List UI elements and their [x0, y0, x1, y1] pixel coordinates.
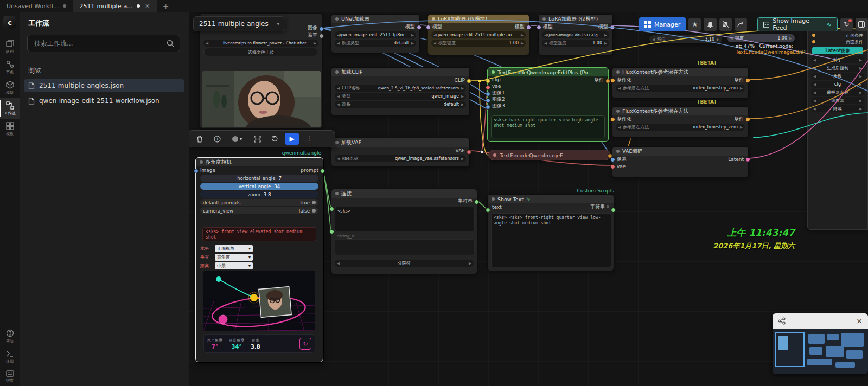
lora-name-combo[interactable]: ◀Qwen-Image-Edit-2511-Lightni ...▶: [542, 31, 609, 38]
star-button[interactable]: ★: [688, 18, 701, 31]
sidebar-item-help[interactable]: 帮助: [0, 326, 20, 346]
minimap-body[interactable]: [773, 329, 868, 374]
workflow-select[interactable]: 2511-multiple-angles ▾: [193, 16, 285, 31]
node-unet-loader[interactable]: UNet加载器 模型 ◀qwen_image_edit_2511_fp8mi .…: [331, 14, 420, 53]
node-multiangle-camera[interactable]: 多角度相机 imageprompt horizontal_angle7 vert…: [195, 157, 323, 362]
combo-right-arrow-icon[interactable]: ▶: [314, 41, 316, 46]
collapse-dot-icon[interactable]: [335, 141, 339, 144]
collapse-dot-icon[interactable]: [335, 17, 339, 21]
show-image-feed-button[interactable]: Show Image Feed∿: [757, 17, 838, 31]
strength-slider-widget[interactable]: ◀强度1.00▶: [727, 34, 795, 43]
sidebar-item-workflows[interactable]: 工作流: [0, 98, 20, 119]
collapse-dot-icon[interactable]: [616, 70, 620, 74]
collapse-dot-icon[interactable]: [200, 160, 203, 164]
lora-strength-combo[interactable]: ◀模型强度1.00▶: [431, 40, 526, 47]
image-preview[interactable]: [202, 71, 321, 127]
share-button[interactable]: [735, 18, 747, 31]
node-vae-loader[interactable]: 加载VAE VAE ◀vae名称qwen_image_vae.safetenso…: [331, 138, 470, 167]
browse-section-label[interactable]: 浏览: [28, 66, 41, 75]
upload-file-button[interactable]: 选择文件上传: [203, 48, 318, 56]
node-info-button[interactable]: i: [210, 133, 224, 145]
collapse-dot-icon[interactable]: [335, 192, 339, 195]
scheduler-widget[interactable]: ◀调度器▶: [811, 97, 864, 104]
control-after-generate-widget[interactable]: ◀生成后控制▶: [811, 65, 864, 72]
camera-view-toggle[interactable]: camera_viewfalse: [200, 207, 318, 214]
denoise-widget[interactable]: ◀降噪▶: [811, 105, 864, 112]
minimap-close-button[interactable]: ×: [856, 317, 863, 325]
workflow-file-item[interactable]: 2511-multiple-angles.json: [24, 79, 184, 92]
output-textarea[interactable]: <sks> <sks> front-right quarter view low…: [491, 213, 611, 267]
node-color-picker[interactable]: ▾: [227, 133, 247, 145]
clip-device-combo[interactable]: ◀设备default▶: [335, 101, 466, 108]
sidebar-item-nodes[interactable]: 节点: [0, 57, 20, 78]
collapse-dot-icon[interactable]: [492, 197, 495, 201]
collapse-dot-icon[interactable]: [616, 110, 620, 113]
delete-node-button[interactable]: [193, 133, 207, 145]
node-show-text[interactable]: Show Text∿ text字符串⧉ <sks> <sks> front-ri…: [487, 194, 614, 271]
copy-icon[interactable]: ⧉: [607, 205, 609, 209]
notification-mute-button[interactable]: [719, 18, 732, 31]
sidebar-item-templates[interactable]: 模板: [0, 119, 20, 139]
dtype-combo[interactable]: ◀数据类型default▶: [335, 40, 416, 47]
refresh-button[interactable]: ↻: [840, 18, 853, 31]
notification-bell-button[interactable]: [704, 18, 716, 31]
node-vae-encode[interactable]: VAE编码 像素Latent vae: [612, 146, 749, 178]
combo-left-arrow-icon[interactable]: ◀: [206, 41, 208, 46]
collapse-dot-icon[interactable]: [492, 70, 495, 74]
close-tab-button[interactable]: ×: [145, 2, 150, 10]
tab-unsaved-workflow[interactable]: Unsaved Workfl...: [0, 0, 73, 12]
shift-widget[interactable]: ◀移位3.10▶: [649, 35, 723, 44]
steps-widget[interactable]: ◀步数▶: [811, 73, 864, 80]
node-flux-kontext-1[interactable]: FluxKontext多参考潜在方法 条件化条件 ◀参考潜在方法index_ti…: [612, 67, 749, 99]
string-b-textarea[interactable]: [335, 239, 475, 255]
graph-icon[interactable]: [778, 317, 786, 325]
lora-name-combo[interactable]: ◀qwen-image-edit-2511-multiple-ang ...▶: [431, 31, 526, 38]
image-file-combo[interactable]: ◀livecamrips.to flowerr_power - Chaturba…: [203, 40, 318, 47]
clip-type-combo[interactable]: ◀类型qwen_image▶: [335, 93, 466, 100]
latent-method-combo[interactable]: ◀参考潜在方法index_timestep_zero▶: [616, 85, 745, 92]
horizontal-view-select[interactable]: 正面视角▾: [215, 245, 253, 252]
new-tab-button[interactable]: +: [157, 0, 175, 12]
fit-view-button[interactable]: [250, 133, 264, 145]
workflow-file-item[interactable]: qwen-image-edit-2511-workflow.json: [24, 94, 184, 107]
clip-name-combo[interactable]: ◀CLIP名称qwen_2.5_vl_7b_fp8_scaled.safeten…: [335, 85, 466, 92]
vertical-angle-select[interactable]: 高角度▾: [215, 254, 253, 261]
node-text-encode-plus[interactable]: TextEncodeQwenImageEditPlus (Po... clip条…: [487, 67, 609, 142]
sampler-name-widget[interactable]: ◀采样器名称▶: [811, 89, 864, 96]
latent-method-combo[interactable]: ◀参考潜在方法index_timestep_zero▶: [616, 124, 745, 131]
sidebar-item-queue[interactable]: 队列: [0, 36, 20, 57]
manager-button[interactable]: Manager: [639, 17, 686, 31]
toggle-panel-button[interactable]: [856, 18, 868, 31]
collapse-dot-icon[interactable]: [335, 70, 339, 74]
cfg-widget[interactable]: ◀cfg▶: [811, 81, 864, 88]
string-a-textarea[interactable]: <sks>: [335, 207, 475, 231]
zoom-widget[interactable]: zoom3.8: [200, 191, 318, 198]
reset-camera-button[interactable]: ↻: [299, 338, 311, 350]
more-options-button[interactable]: ⋮: [302, 133, 316, 145]
unet-name-combo[interactable]: ◀qwen_image_edit_2511_fp8mi ...▶: [335, 31, 416, 38]
tab-active-workflow[interactable]: 2511-multiple-a...×: [73, 0, 157, 12]
separator-widget[interactable]: ◀分隔符▶: [335, 260, 474, 267]
distance-select[interactable]: 中景▾: [215, 262, 253, 269]
horizontal-angle-widget[interactable]: horizontal_angle7: [200, 175, 318, 182]
node-text-encode-collapsed[interactable]: TextEncodeQwenImageE: [488, 150, 611, 160]
seed-widget[interactable]: ◀种子▶: [811, 56, 864, 63]
node-ksampler-partial[interactable]: 正面条件 负面条件 Latent图像 ◀种子▶ ◀生成后控制▶ ◀步数▶ ◀cf…: [807, 28, 868, 230]
collapse-dot-icon[interactable]: [542, 17, 546, 21]
vertical-angle-widget[interactable]: vertical_angle34: [200, 183, 318, 190]
lora-strength-combo[interactable]: ◀模型强度1.00▶: [542, 40, 609, 47]
collapse-dot-icon[interactable]: [616, 150, 620, 153]
sidebar-item-terminal[interactable]: 终端: [0, 346, 20, 367]
vae-name-combo[interactable]: ◀vae名称qwen_image_vae.safetensors▶: [335, 155, 466, 162]
sidebar-item-shortcuts[interactable]: 键盘: [0, 367, 20, 386]
search-input[interactable]: [33, 39, 167, 48]
sidebar-item-models[interactable]: 模型: [0, 78, 20, 98]
prompt-textarea[interactable]: <sks> back-right quarter view high-angle…: [491, 115, 605, 138]
default-prompts-toggle[interactable]: default_promptstrue: [200, 199, 318, 206]
node-flux-kontext-2[interactable]: FluxKontext多参考潜在方法 条件化条件 ◀参考潜在方法index_ti…: [612, 106, 749, 138]
collapse-dot-icon[interactable]: [493, 153, 496, 157]
collapse-dot-icon[interactable]: [432, 17, 435, 21]
camera-3d-preview[interactable]: [203, 271, 315, 331]
node-clip-loader[interactable]: 加载CLIP CLIP ◀CLIP名称qwen_2.5_vl_7b_fp8_sc…: [331, 67, 470, 116]
workflow-search[interactable]: [27, 35, 180, 52]
